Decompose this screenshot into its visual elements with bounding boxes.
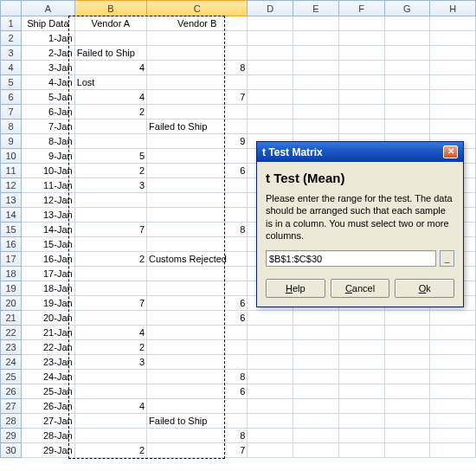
cell[interactable] — [293, 46, 339, 61]
cell[interactable] — [338, 46, 384, 61]
cell[interactable]: 19-Jan — [22, 296, 74, 311]
cell[interactable] — [430, 75, 476, 90]
cell[interactable]: 20-Jan — [22, 311, 74, 326]
cell[interactable] — [248, 384, 293, 399]
cell[interactable]: 24-Jan — [22, 370, 74, 384]
cell[interactable] — [147, 355, 248, 370]
cell[interactable] — [384, 311, 430, 326]
cell[interactable] — [74, 267, 146, 281]
cell[interactable]: 3 — [74, 355, 146, 370]
cell[interactable] — [147, 326, 248, 340]
cell[interactable]: Failed to Ship — [74, 46, 146, 61]
col-hdr-A[interactable]: A — [22, 1, 74, 16]
cell[interactable] — [338, 384, 384, 399]
cell[interactable] — [430, 414, 476, 429]
cell[interactable] — [293, 355, 339, 370]
cell[interactable] — [430, 105, 476, 119]
cell[interactable]: 26-Jan — [22, 399, 74, 414]
row-hdr[interactable]: 30 — [1, 443, 22, 458]
cell[interactable] — [338, 355, 384, 370]
cell[interactable] — [338, 443, 384, 458]
col-hdr-G[interactable]: G — [384, 1, 430, 16]
cell[interactable]: 6-Jan — [22, 105, 74, 119]
row-hdr[interactable]: 25 — [1, 370, 22, 384]
cell[interactable] — [338, 429, 384, 443]
cell[interactable] — [248, 429, 293, 443]
ok-button[interactable]: Ok — [395, 279, 454, 298]
cell[interactable]: 7 — [74, 223, 146, 237]
cell[interactable] — [338, 31, 384, 46]
cell[interactable]: 22-Jan — [22, 340, 74, 355]
cell[interactable] — [248, 311, 293, 326]
cell[interactable]: Vendor A — [74, 16, 146, 31]
cell[interactable] — [248, 90, 293, 105]
cell[interactable] — [384, 399, 430, 414]
cell[interactable] — [384, 105, 430, 119]
cell[interactable] — [147, 193, 248, 208]
cell[interactable]: 9-Jan — [22, 149, 74, 164]
cell[interactable] — [147, 237, 248, 252]
cell[interactable]: 13-Jan — [22, 208, 74, 223]
cancel-button[interactable]: Cancel — [331, 279, 390, 298]
cell[interactable] — [384, 429, 430, 443]
cell[interactable]: 6 — [147, 164, 248, 178]
cell[interactable] — [74, 281, 146, 296]
cell[interactable]: 5 — [74, 149, 146, 164]
row-hdr[interactable]: 24 — [1, 355, 22, 370]
cell[interactable] — [74, 193, 146, 208]
row-hdr[interactable]: 13 — [1, 193, 22, 208]
cell[interactable] — [293, 105, 339, 119]
row-hdr[interactable]: 7 — [1, 105, 22, 119]
cell[interactable]: 23-Jan — [22, 355, 74, 370]
cell[interactable] — [74, 237, 146, 252]
cell[interactable] — [338, 75, 384, 90]
cell[interactable] — [293, 16, 339, 31]
cell[interactable] — [293, 370, 339, 384]
row-hdr[interactable]: 5 — [1, 75, 22, 90]
cell[interactable] — [430, 340, 476, 355]
cell[interactable] — [248, 399, 293, 414]
row-hdr[interactable]: 3 — [1, 46, 22, 61]
close-icon[interactable]: ✕ — [443, 145, 458, 158]
cell[interactable] — [430, 119, 476, 134]
cell[interactable] — [430, 326, 476, 340]
cell[interactable]: 7 — [147, 443, 248, 458]
cell[interactable] — [147, 399, 248, 414]
cell[interactable]: 17-Jan — [22, 267, 74, 281]
cell[interactable]: 2 — [74, 252, 146, 267]
row-hdr[interactable]: 12 — [1, 178, 22, 193]
col-hdr-E[interactable]: E — [293, 1, 339, 16]
cell[interactable]: Failed to Ship — [147, 414, 248, 429]
row-hdr[interactable]: 4 — [1, 61, 22, 75]
cell[interactable] — [248, 370, 293, 384]
cell[interactable]: 7 — [147, 90, 248, 105]
cell[interactable] — [384, 46, 430, 61]
cell[interactable] — [248, 326, 293, 340]
col-hdr-D[interactable]: D — [248, 1, 293, 16]
cell[interactable] — [384, 61, 430, 75]
cell[interactable] — [338, 414, 384, 429]
row-hdr[interactable]: 8 — [1, 119, 22, 134]
row-hdr[interactable]: 17 — [1, 252, 22, 267]
cell[interactable]: 5-Jan — [22, 90, 74, 105]
cell[interactable]: 4 — [74, 61, 146, 75]
cell[interactable] — [74, 370, 146, 384]
cell[interactable]: 2-Jan — [22, 46, 74, 61]
cell[interactable] — [248, 340, 293, 355]
cell[interactable]: 3-Jan — [22, 61, 74, 75]
select-all-corner[interactable] — [1, 1, 22, 16]
row-hdr[interactable]: 14 — [1, 208, 22, 223]
cell[interactable]: 1-Jan — [22, 31, 74, 46]
cell[interactable]: 11-Jan — [22, 178, 74, 193]
cell[interactable] — [147, 178, 248, 193]
cell[interactable]: 7-Jan — [22, 119, 74, 134]
cell[interactable] — [384, 370, 430, 384]
cell[interactable]: 6 — [147, 384, 248, 399]
range-input[interactable] — [266, 250, 436, 267]
cell[interactable] — [248, 61, 293, 75]
row-hdr[interactable]: 27 — [1, 399, 22, 414]
cell[interactable] — [384, 414, 430, 429]
cell[interactable] — [147, 149, 248, 164]
dialog-titlebar[interactable]: t Test Matrix ✕ — [257, 142, 463, 162]
cell[interactable] — [338, 16, 384, 31]
